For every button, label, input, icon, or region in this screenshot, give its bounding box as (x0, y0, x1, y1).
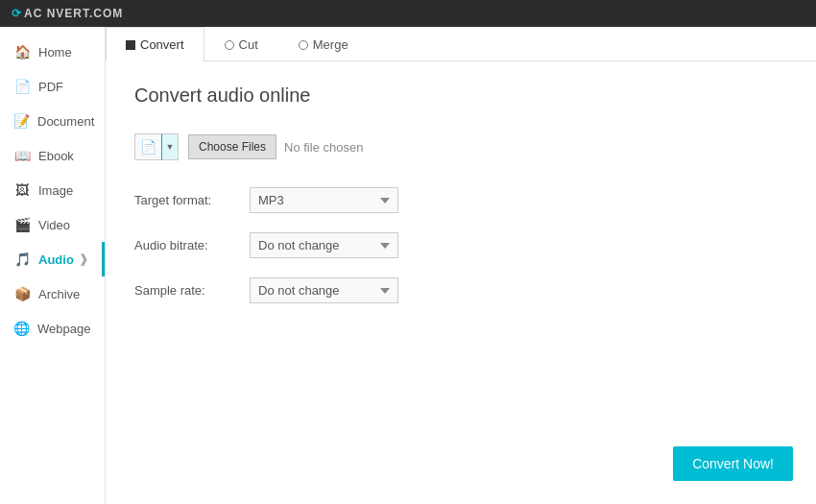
convert-tab-dot (126, 40, 135, 50)
merge-tab-circle (299, 40, 308, 50)
image-icon: 🖼 (13, 182, 31, 198)
document-icon: 📝 (13, 113, 30, 129)
sidebar-item-video[interactable]: 🎬 Video (0, 207, 105, 242)
file-icon-group: 📄 ▼ (134, 133, 179, 160)
topbar: ⟳ AC NVERT.COM (0, 0, 816, 27)
no-file-label: No file chosen (284, 140, 363, 155)
content-area: Convert audio online 📄 ▼ Choose Files No… (106, 61, 816, 504)
sidebar-item-ebook[interactable]: 📖 Ebook (0, 138, 105, 173)
sidebar-item-home[interactable]: 🏠 Home (0, 35, 105, 69)
logo-text: AC NVERT.COM (24, 7, 123, 20)
tab-merge[interactable]: Merge (278, 27, 369, 61)
sidebar-label-archive: Archive (38, 287, 80, 301)
tab-label-merge: Merge (313, 37, 348, 52)
tab-cut[interactable]: Cut (204, 27, 278, 61)
convert-now-button[interactable]: Convert Now! (673, 446, 793, 481)
sidebar-item-pdf[interactable]: 📄 PDF (0, 69, 105, 104)
sidebar-item-image[interactable]: 🖼 Image (0, 173, 105, 207)
home-icon: 🏠 (13, 44, 31, 60)
target-format-select[interactable]: MP3AACOGGWAVFLACWMAM4A (250, 187, 398, 213)
page-title: Convert audio online (134, 84, 787, 107)
sidebar-item-document[interactable]: 📝 Document (0, 104, 105, 138)
video-icon: 🎬 (13, 217, 31, 232)
audio-bitrate-row: Audio bitrate: Do not change32 kbps64 kb… (134, 232, 787, 258)
sidebar: 🏠 Home 📄 PDF 📝 Document 📖 Ebook 🖼 Image … (0, 27, 106, 504)
webpage-icon: 🌐 (13, 321, 30, 336)
file-upload-row: 📄 ▼ Choose Files No file chosen (134, 133, 787, 160)
sidebar-label-home: Home (38, 45, 72, 60)
main-content: ConvertCutMerge Convert audio online 📄 ▼… (106, 27, 816, 504)
tabs-bar: ConvertCutMerge (106, 27, 816, 61)
active-chevron: ❱ (79, 252, 88, 266)
sample-rate-row: Sample rate: Do not change8000 Hz11025 H… (134, 277, 787, 303)
file-icon-button[interactable]: 📄 (134, 133, 161, 160)
tab-label-convert: Convert (140, 37, 184, 52)
sidebar-label-image: Image (38, 183, 73, 198)
cut-tab-circle (225, 40, 234, 50)
archive-icon: 📦 (13, 286, 31, 301)
sidebar-label-video: Video (38, 218, 70, 232)
logo-icon: ⟳ (12, 7, 22, 20)
sidebar-item-webpage[interactable]: 🌐 Webpage (0, 311, 105, 346)
ebook-icon: 📖 (13, 148, 31, 163)
sidebar-label-pdf: PDF (38, 80, 63, 94)
audio-bitrate-select[interactable]: Do not change32 kbps64 kbps128 kbps192 k… (250, 232, 398, 258)
sidebar-item-audio[interactable]: 🎵 Audio ❱ (0, 242, 105, 276)
audio-icon: 🎵 (13, 252, 31, 267)
tab-convert[interactable]: Convert (106, 27, 204, 61)
target-format-label: Target format: (134, 193, 250, 207)
sidebar-label-webpage: Webpage (37, 322, 90, 336)
target-format-row: Target format: MP3AACOGGWAVFLACWMAM4A (134, 187, 787, 213)
sidebar-label-ebook: Ebook (38, 149, 74, 163)
file-dropdown-button[interactable]: ▼ (161, 133, 179, 160)
tab-label-cut: Cut (239, 37, 258, 52)
pdf-icon: 📄 (13, 79, 31, 94)
sidebar-label-audio: Audio (38, 252, 74, 267)
choose-files-button[interactable]: Choose Files (188, 134, 276, 159)
sample-rate-label: Sample rate: (134, 283, 250, 298)
sample-rate-select[interactable]: Do not change8000 Hz11025 Hz22050 Hz4410… (250, 277, 398, 303)
sidebar-item-archive[interactable]: 📦 Archive (0, 276, 105, 311)
audio-bitrate-label: Audio bitrate: (134, 238, 250, 252)
sidebar-label-document: Document (37, 114, 94, 129)
